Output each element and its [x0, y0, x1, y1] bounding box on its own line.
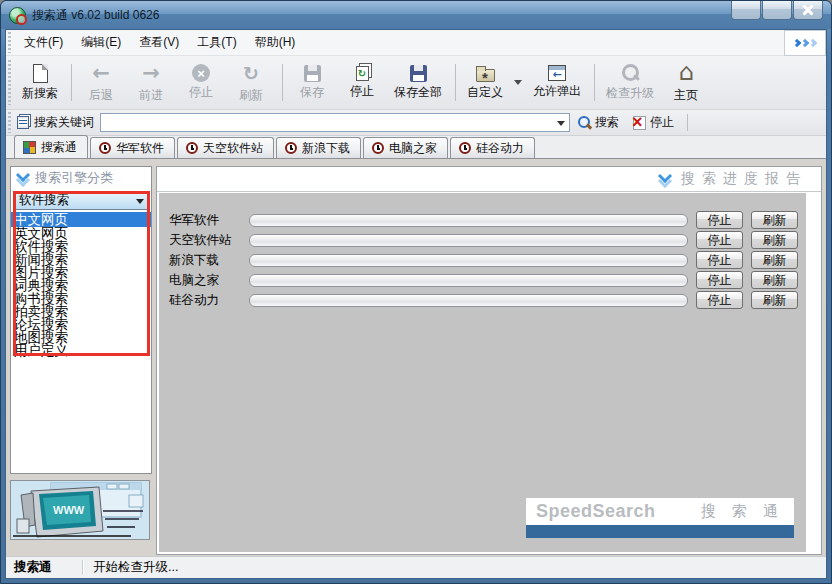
row-refresh-button[interactable]: 刷新: [751, 271, 798, 289]
tab[interactable]: 搜索通: [14, 135, 88, 158]
toolbar-grip[interactable]: [7, 60, 12, 105]
menubar-grip[interactable]: [7, 32, 12, 53]
progress-panel-title: 搜索进度报告: [681, 170, 807, 188]
new-search-icon: [33, 64, 48, 83]
toolbar-button[interactable]: 刷新: [226, 58, 276, 107]
row-refresh-button[interactable]: 刷新: [751, 211, 798, 229]
keywordbar-grip[interactable]: [7, 112, 12, 133]
dropdown-caret-icon[interactable]: [514, 80, 522, 85]
menu-item[interactable]: 编辑(E): [72, 30, 130, 55]
row-stop-button[interactable]: 停止: [696, 291, 743, 309]
progress-area: 华军软件 停止 刷新 天空软件站 停止 刷新: [159, 193, 806, 552]
monitor-illustration: WWW: [10, 480, 150, 540]
progress-report-panel: 搜索进度报告 华军软件 停止 刷新: [156, 166, 822, 555]
tab-strip: 搜索通 华军软件 天空软件站 新浪下载: [6, 136, 826, 159]
toolbar-button[interactable]: 主页: [661, 58, 711, 107]
save-floppy-icon: [304, 65, 321, 82]
toolbar-button-label: 停止: [350, 83, 374, 100]
engine-panel-header[interactable]: 搜索引擎分类: [11, 167, 151, 189]
keyword-search-button[interactable]: 搜索: [570, 112, 626, 133]
combo-dropdown-arrow-icon[interactable]: [557, 121, 565, 126]
toolbar-button[interactable]: 前进: [126, 58, 176, 107]
clock-icon: [285, 142, 297, 154]
toolbar-button[interactable]: 自定义: [460, 58, 510, 107]
progress-row: 华军软件 停止 刷新: [159, 211, 806, 229]
engine-name-label: 电脑之家: [169, 272, 241, 289]
keywordbar-separator: [687, 114, 688, 131]
double-chevron-down-icon: [657, 172, 671, 186]
progress-panel-header[interactable]: 搜索进度报告: [157, 167, 821, 192]
double-chevron-down-icon: [15, 171, 29, 185]
toolbar-button[interactable]: 保存: [287, 58, 337, 107]
menu-overflow-button[interactable]: [784, 30, 826, 56]
progress-row: 电脑之家 停止 刷新: [159, 271, 806, 289]
title-bar[interactable]: 搜索通 v6.02 build 0626: [1, 1, 831, 29]
engine-category-value: 软件搜索: [19, 192, 69, 209]
engine-category-combobox[interactable]: 软件搜索: [14, 191, 148, 210]
row-refresh-button[interactable]: 刷新: [751, 231, 798, 249]
speedsearch-branding: SpeedSearch 搜 索 通: [526, 498, 794, 538]
main-content: 搜索引擎分类 软件搜索 中文网页 英文网页: [6, 159, 826, 556]
toolbar-button[interactable]: 检查升级: [599, 58, 661, 107]
menu-item[interactable]: 文件(F): [15, 30, 72, 55]
engine-name-label: 华军软件: [169, 212, 241, 229]
engine-name-label: 新浪下载: [169, 252, 241, 269]
toolbar-button[interactable]: 保存全部: [387, 58, 449, 107]
tab[interactable]: 天空软件站: [177, 137, 274, 158]
menu-item[interactable]: 工具(T): [188, 30, 245, 55]
window-controls: [731, 1, 823, 20]
toolbar-button-label: 自定义: [467, 84, 503, 101]
menu-items: 文件(F) 编辑(E) 查看(V) 工具(T) 帮助(H): [15, 30, 304, 55]
engine-name-label: 天空软件站: [169, 232, 241, 249]
combo-dropdown-arrow-icon[interactable]: [136, 199, 144, 204]
row-stop-button[interactable]: 停止: [696, 251, 743, 269]
tab[interactable]: 新浪下载: [276, 137, 361, 158]
tab-label: 搜索通: [41, 139, 77, 156]
toolbar-button[interactable]: 新搜索: [15, 58, 65, 107]
stop-pages-icon: [356, 66, 369, 81]
tab[interactable]: 电脑之家: [363, 137, 448, 158]
row-refresh-button[interactable]: 刷新: [751, 251, 798, 269]
toolbar-button[interactable]: 允许弹出: [526, 58, 588, 107]
engine-list: 中文网页 英文网页 软件搜索 新闻搜索: [11, 212, 151, 357]
row-stop-button[interactable]: 停止: [696, 231, 743, 249]
keyword-label: 搜索关键词: [34, 114, 94, 131]
row-stop-button[interactable]: 停止: [696, 271, 743, 289]
tab[interactable]: 华军软件: [90, 137, 175, 158]
engine-list-item[interactable]: 用户定义: [11, 344, 151, 357]
app-logo-icon: [23, 141, 36, 154]
keyword-bar: 搜索关键词 搜索 停止: [6, 110, 826, 136]
check-upgrade-icon: [620, 63, 640, 83]
toolbar-button[interactable]: 停止: [337, 58, 387, 107]
status-bar: 搜索通 开始检查升级...: [6, 556, 826, 578]
maximize-icon[interactable]: [762, 1, 792, 20]
row-refresh-button[interactable]: 刷新: [751, 291, 798, 309]
tab-label: 华军软件: [116, 140, 164, 157]
menu-item[interactable]: 查看(V): [130, 30, 188, 55]
tab-label: 天空软件站: [203, 140, 263, 157]
clock-icon: [186, 142, 198, 154]
close-icon[interactable]: [793, 1, 823, 20]
toolbar-button[interactable]: 后退: [76, 58, 126, 107]
brand-app-name: 搜 索 通: [701, 502, 784, 521]
minimize-icon[interactable]: [731, 1, 761, 20]
row-stop-button[interactable]: 停止: [696, 211, 743, 229]
tab[interactable]: 硅谷动力: [450, 137, 535, 158]
brand-logo-text: SpeedSearch: [536, 501, 656, 522]
toolbar-button-label: 保存: [300, 84, 324, 101]
refresh-icon: [238, 61, 264, 85]
engine-category-panel: 搜索引擎分类 软件搜索 中文网页 英文网页: [10, 166, 152, 474]
keyword-combobox[interactable]: [100, 113, 570, 132]
engine-list-item[interactable]: 中文网页: [11, 212, 151, 227]
toolbar-button[interactable]: 停止: [176, 58, 226, 107]
allow-popup-icon: [548, 65, 566, 81]
main-toolbar: 新搜索 后退: [6, 56, 826, 110]
menu-item[interactable]: 帮助(H): [246, 30, 305, 55]
tab-label: 新浪下载: [302, 140, 350, 157]
toolbar-button-label: 前进: [139, 87, 163, 104]
keyword-stop-button[interactable]: 停止: [626, 112, 681, 133]
toolbar-button-label: 新搜索: [22, 85, 58, 102]
save-all-floppy-icon: [410, 65, 427, 82]
toolbar-button-label: 后退: [89, 87, 113, 104]
clock-icon: [459, 142, 471, 154]
